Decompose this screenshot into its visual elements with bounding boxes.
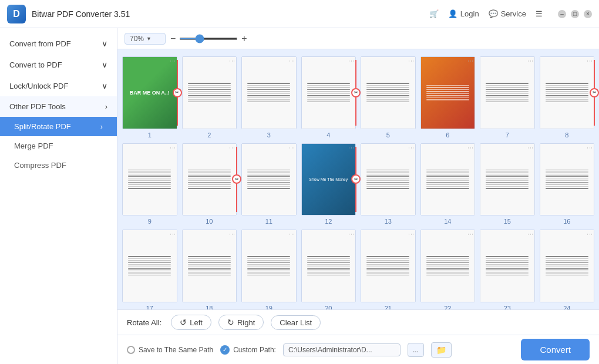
rotate-right-button[interactable]: ↻ Right bbox=[218, 315, 264, 330]
page-item-23[interactable]: ⋮23 bbox=[480, 230, 535, 309]
page-item-4[interactable]: ⋮✂4 bbox=[301, 56, 356, 139]
page-menu-dots-19[interactable]: ⋮ bbox=[289, 231, 295, 237]
page-item-21[interactable]: ⋮21 bbox=[361, 230, 416, 309]
page-item-2[interactable]: ⋮2 bbox=[182, 56, 237, 139]
sidebar-item-other-tools[interactable]: Other PDF Tools › bbox=[0, 96, 117, 117]
chevron-right-icon: › bbox=[105, 102, 107, 111]
page-item-19[interactable]: ⋮19 bbox=[241, 230, 297, 309]
folder-button[interactable]: 📁 bbox=[431, 342, 452, 358]
page-number-18: 18 bbox=[206, 305, 213, 309]
split-handle-4[interactable]: ✂ bbox=[352, 60, 360, 126]
cart-action[interactable]: 🛒 bbox=[429, 9, 439, 18]
page-item-24[interactable]: ⋮24 bbox=[540, 230, 595, 309]
page-item-16[interactable]: ⋮16 bbox=[540, 143, 595, 225]
page-number-3: 3 bbox=[267, 132, 271, 139]
close-button[interactable]: × bbox=[584, 10, 592, 18]
page-menu-dots-14[interactable]: ⋮ bbox=[467, 145, 473, 151]
sidebar-item-lock-unlock[interactable]: Lock/Unlock PDF ∨ bbox=[0, 75, 117, 96]
zoom-toolbar: 70% ▼ − + bbox=[117, 28, 599, 49]
sidebar-item-merge[interactable]: Merge PDF bbox=[0, 136, 117, 156]
app-logo: D bbox=[7, 5, 26, 23]
page-item-3[interactable]: ⋮3 bbox=[241, 56, 297, 139]
page-number-19: 19 bbox=[265, 305, 272, 309]
page-number-14: 14 bbox=[444, 218, 451, 225]
zoom-plus-button[interactable]: + bbox=[240, 33, 248, 44]
page-menu-dots-17[interactable]: ⋮ bbox=[170, 231, 176, 237]
sidebar-item-compress[interactable]: Compress PDF bbox=[0, 156, 117, 175]
page-item-14[interactable]: ⋮14 bbox=[420, 143, 476, 225]
convert-button[interactable]: Convert bbox=[521, 339, 590, 360]
page-menu-dots-15[interactable]: ⋮ bbox=[527, 145, 533, 151]
browse-button[interactable]: ... bbox=[408, 343, 424, 357]
sidebar-item-split-rotate[interactable]: Split/Rotate PDF › bbox=[0, 117, 117, 136]
page-menu-dots-24[interactable]: ⋮ bbox=[587, 231, 593, 237]
menu-action[interactable]: ☰ bbox=[536, 9, 543, 18]
path-input[interactable] bbox=[283, 343, 401, 356]
page-item-13[interactable]: ⋮13 bbox=[361, 143, 416, 225]
page-number-1: 1 bbox=[148, 132, 152, 139]
rotate-all-label: Rotate All: bbox=[127, 318, 161, 327]
save-to-same-path-option[interactable]: Save to The Same Path bbox=[127, 346, 213, 354]
page-menu-dots-21[interactable]: ⋮ bbox=[408, 231, 414, 237]
page-menu-dots-23[interactable]: ⋮ bbox=[527, 231, 533, 237]
page-menu-dots-22[interactable]: ⋮ bbox=[467, 231, 473, 237]
zoom-dropdown-icon: ▼ bbox=[146, 36, 152, 42]
split-handle-12[interactable]: ✂ bbox=[352, 147, 360, 213]
custom-path-option[interactable]: ✓ Custom Path: bbox=[220, 345, 276, 355]
page-menu-dots-13[interactable]: ⋮ bbox=[408, 145, 414, 151]
page-item-8[interactable]: ⋮✂8 bbox=[540, 56, 595, 139]
pages-grid-container[interactable]: BAR ME ON A..!⋮✂1⋮2⋮3⋮✂4⋮5⋮6⋮7⋮✂8⋮9⋮✂10⋮… bbox=[117, 49, 599, 309]
page-item-17[interactable]: ⋮17 bbox=[122, 230, 177, 309]
page-item-22[interactable]: ⋮22 bbox=[420, 230, 476, 309]
page-item-20[interactable]: ⋮20 bbox=[301, 230, 356, 309]
page-menu-dots-20[interactable]: ⋮ bbox=[348, 231, 354, 237]
page-number-7: 7 bbox=[506, 132, 509, 139]
page-menu-dots-18[interactable]: ⋮ bbox=[229, 231, 235, 237]
page-item-9[interactable]: ⋮9 bbox=[122, 143, 177, 225]
sidebar: Convert from PDF ∨ Convert to PDF ∨ Lock… bbox=[0, 28, 117, 364]
menu-icon: ☰ bbox=[536, 9, 543, 18]
page-number-5: 5 bbox=[386, 132, 390, 139]
page-item-6[interactable]: ⋮6 bbox=[420, 56, 476, 139]
page-menu-dots-9[interactable]: ⋮ bbox=[170, 145, 176, 151]
page-menu-dots-3[interactable]: ⋮ bbox=[289, 58, 295, 64]
page-item-18[interactable]: ⋮18 bbox=[182, 230, 237, 309]
chevron-down-icon-3: ∨ bbox=[102, 81, 107, 90]
page-menu-dots-16[interactable]: ⋮ bbox=[587, 145, 593, 151]
page-item-11[interactable]: ⋮11 bbox=[241, 143, 297, 225]
page-menu-dots-7[interactable]: ⋮ bbox=[527, 58, 533, 64]
page-item-1[interactable]: BAR ME ON A..!⋮✂1 bbox=[122, 56, 177, 139]
arrow-right-icon: › bbox=[100, 122, 103, 131]
service-action[interactable]: 💬 Service bbox=[489, 9, 526, 18]
maximize-button[interactable]: □ bbox=[571, 10, 579, 18]
login-action[interactable]: 👤 Login bbox=[448, 9, 479, 18]
zoom-minus-button[interactable]: − bbox=[169, 33, 177, 44]
user-icon: 👤 bbox=[448, 9, 457, 18]
page-item-7[interactable]: ⋮7 bbox=[480, 56, 535, 139]
page-item-15[interactable]: ⋮15 bbox=[480, 143, 535, 225]
sidebar-item-convert-to-pdf[interactable]: Convert to PDF ∨ bbox=[0, 54, 117, 75]
rotate-left-button[interactable]: ↺ Left bbox=[171, 315, 211, 330]
page-menu-dots-6[interactable]: ⋮ bbox=[467, 58, 473, 64]
page-menu-dots-2[interactable]: ⋮ bbox=[229, 58, 235, 64]
minimize-button[interactable]: – bbox=[558, 10, 566, 18]
sidebar-item-convert-from-pdf[interactable]: Convert from PDF ∨ bbox=[0, 33, 117, 54]
app-title: Bitwar PDF Converter 3.51 bbox=[32, 9, 429, 19]
page-number-2: 2 bbox=[207, 132, 211, 139]
split-handle-8[interactable]: ✂ bbox=[590, 60, 598, 126]
page-item-5[interactable]: ⋮5 bbox=[361, 56, 416, 139]
page-number-23: 23 bbox=[504, 305, 511, 309]
clear-list-button[interactable]: Clear List bbox=[271, 315, 321, 330]
split-handle-10[interactable]: ✂ bbox=[233, 147, 241, 213]
zoom-slider[interactable] bbox=[179, 38, 238, 40]
window-controls: – □ × bbox=[558, 10, 592, 18]
page-number-13: 13 bbox=[385, 218, 392, 225]
page-menu-dots-5[interactable]: ⋮ bbox=[408, 58, 414, 64]
same-path-radio[interactable] bbox=[127, 346, 135, 354]
cart-icon: 🛒 bbox=[429, 9, 439, 18]
page-item-10[interactable]: ⋮✂10 bbox=[182, 143, 237, 225]
page-item-12[interactable]: Show Me The Money⋮✂12 bbox=[301, 143, 356, 225]
split-handle-1[interactable]: ✂ bbox=[173, 60, 181, 126]
page-menu-dots-11[interactable]: ⋮ bbox=[289, 145, 295, 151]
main-layout: Convert from PDF ∨ Convert to PDF ∨ Lock… bbox=[0, 28, 599, 364]
